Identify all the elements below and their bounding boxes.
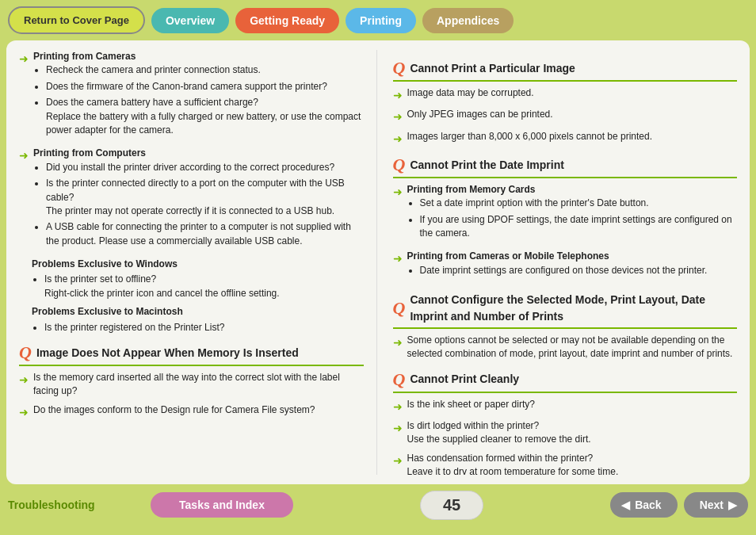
page-number: 45 [420, 491, 483, 520]
section-heading-configure-mode: Q Cannot Configure the Selected Mode, Pr… [393, 292, 738, 329]
list-item: ➜ Printing from Memory Cards Set a date … [393, 183, 738, 246]
left-column: ➜ Printing from Cameras Recheck the came… [19, 50, 377, 475]
arrow-icon: ➜ [393, 131, 403, 147]
list-item: Did you install the printer driver accor… [46, 161, 364, 174]
left-arrow-icon: ◀ [621, 499, 630, 511]
section-heading-print-cleanly: Q Cannot Print Cleanly [393, 371, 738, 393]
list-item: ➜ Is the memory card inserted all the wa… [19, 371, 364, 399]
list-item: Does the camera battery have a sufficien… [46, 96, 364, 137]
arrow-icon: ➜ [19, 372, 29, 388]
list-item: Is the printer connected directly to a p… [46, 177, 364, 218]
item-text: Only JPEG images can be printed. [407, 108, 738, 121]
list-item: Is the printer set to offline?Right-clic… [44, 273, 364, 300]
item-text: Is the ink sheet or paper dirty? [407, 398, 738, 411]
arrow-icon: ➜ [19, 404, 29, 420]
sub-heading: Problems Exclusive to Macintosh [32, 305, 364, 319]
list-item: ➜ Images larger than 8,000 x 6,000 pixel… [393, 130, 738, 147]
bullet-list: Set a date imprint option with the print… [420, 197, 738, 240]
section-heading-date-imprint: Q Cannot Print the Date Imprint [393, 156, 738, 178]
item-text: Do the images conform to the Design rule… [33, 403, 364, 417]
arrow-icon: ➜ [393, 399, 403, 415]
list-item: ➜ Has condensation formed within the pri… [393, 452, 738, 475]
arrow-icon: ➜ [393, 109, 403, 124]
list-item: ➜ Do the images conform to the Design ru… [19, 403, 364, 420]
q-icon: Q [393, 300, 406, 317]
list-item: ➜ Printing from Cameras Recheck the came… [19, 50, 364, 142]
q-icon: Q [393, 156, 406, 174]
arrow-icon: ➜ [393, 334, 403, 350]
content-columns: ➜ Printing from Cameras Recheck the came… [6, 40, 750, 484]
q-icon: Q [393, 59, 406, 77]
next-label: Next [700, 499, 724, 511]
item-label: Printing from Computers [33, 147, 146, 159]
getting-ready-button[interactable]: Getting Ready [235, 8, 339, 33]
page-number-area: 45 [293, 491, 610, 520]
list-item: Recheck the camera and printer connectio… [46, 63, 364, 77]
section-title: Cannot Print Cleanly [410, 371, 519, 387]
overview-button[interactable]: Overview [151, 8, 229, 33]
bottom-bar: Troubleshooting Tasks and Index 45 ◀ Bac… [0, 484, 756, 525]
arrow-icon: ➜ [19, 147, 29, 163]
section-title: Cannot Print the Date Imprint [410, 157, 563, 173]
arrow-icon: ➜ [393, 420, 403, 436]
sub-heading: Problems Exclusive to Windows [32, 258, 364, 271]
back-button[interactable]: ◀ Back [610, 492, 677, 518]
section-title: Cannot Configure the Selected Mode, Prin… [410, 292, 737, 324]
list-item: Set a date imprint option with the print… [420, 197, 738, 210]
appendices-button[interactable]: Appendices [422, 8, 514, 33]
list-item: Date imprint settings are configured on … [420, 264, 738, 277]
troubleshooting-label: Troubleshooting [8, 499, 151, 511]
arrow-icon: ➜ [393, 87, 403, 103]
list-item: ➜ Is dirt lodged within the printer?Use … [393, 419, 738, 447]
list-item: ➜ Printing from Computers Did you instal… [19, 147, 364, 253]
q-icon: Q [393, 371, 406, 388]
printing-button[interactable]: Printing [346, 8, 416, 33]
sub-label: Printing from Cameras or Mobile Telephon… [407, 250, 609, 262]
list-item: Is the printer registered on the Printer… [44, 321, 364, 334]
list-item: A USB cable for connecting the printer t… [46, 220, 364, 248]
bullet-list: Did you install the printer driver accor… [46, 161, 364, 248]
list-item: ➜ Printing from Cameras or Mobile Teleph… [393, 250, 738, 282]
tasks-index-button[interactable]: Tasks and Index [151, 492, 293, 518]
arrow-icon: ➜ [393, 250, 403, 266]
back-label: Back [635, 499, 661, 511]
item-label: Printing from Cameras [33, 51, 136, 62]
q-icon: Q [19, 344, 32, 361]
sub-section: Problems Exclusive to Windows Is the pri… [32, 258, 364, 334]
list-item: ➜ Some options cannot be selected or may… [393, 334, 738, 361]
list-item: ➜ Is the ink sheet or paper dirty? [393, 398, 738, 415]
navigation-arrows: ◀ Back Next ▶ [610, 492, 748, 518]
section-heading-particular-image: Q Cannot Print a Particular Image [393, 59, 738, 82]
section-title: Image Does Not Appear When Memory Is Ins… [36, 345, 299, 361]
item-text: Has condensation formed within the print… [407, 452, 738, 475]
bullet-list: Is the printer registered on the Printer… [44, 321, 364, 334]
item-text: Image data may be corrupted. [407, 86, 738, 100]
bullet-list: Recheck the camera and printer connectio… [46, 63, 364, 137]
right-arrow-icon: ▶ [728, 499, 737, 511]
top-navigation: Return to Cover Page Overview Getting Re… [0, 0, 756, 40]
item-text: Some options cannot be selected or may n… [407, 334, 738, 361]
section-heading-memory: Q Image Does Not Appear When Memory Is I… [19, 344, 364, 366]
list-item: ➜ Only JPEG images can be printed. [393, 108, 738, 124]
list-item: If you are using DPOF settings, the date… [420, 213, 738, 241]
item-text: Images larger than 8,000 x 6,000 pixels … [407, 130, 738, 143]
arrow-icon: ➜ [19, 51, 29, 67]
sub-label: Printing from Memory Cards [407, 184, 536, 195]
main-content-area: ➜ Printing from Cameras Recheck the came… [6, 40, 750, 484]
arrow-icon: ➜ [393, 184, 403, 200]
bullet-list: Is the printer set to offline?Right-clic… [44, 273, 364, 300]
bullet-list: Date imprint settings are configured on … [420, 264, 738, 277]
return-cover-button[interactable]: Return to Cover Page [8, 6, 145, 34]
right-column: Q Cannot Print a Particular Image ➜ Imag… [393, 50, 738, 475]
list-item: Does the firmware of the Canon-brand cam… [46, 80, 364, 94]
item-text: Is the memory card inserted all the way … [33, 371, 364, 399]
list-item: ➜ Image data may be corrupted. [393, 86, 738, 103]
next-button[interactable]: Next ▶ [684, 492, 748, 518]
arrow-icon: ➜ [393, 453, 403, 468]
item-text: Is dirt lodged within the printer?Use th… [407, 419, 738, 447]
section-title: Cannot Print a Particular Image [410, 60, 575, 76]
